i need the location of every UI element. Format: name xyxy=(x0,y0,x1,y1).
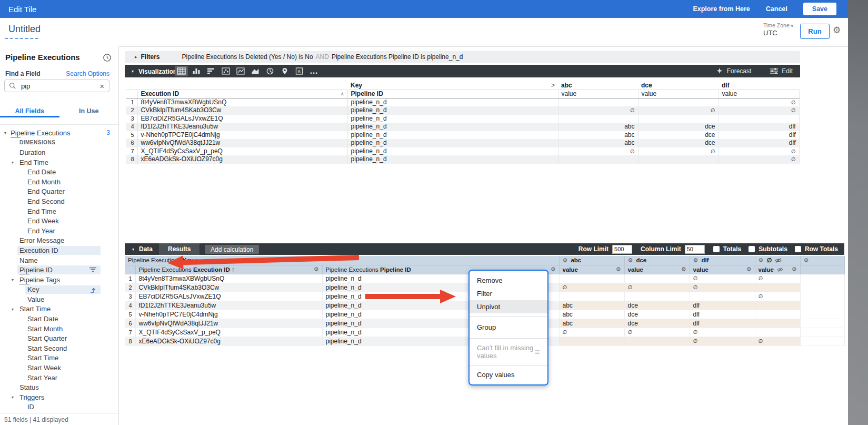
sidebar-item-end-year[interactable]: End Year xyxy=(0,226,118,236)
cell-dce-value[interactable]: dce xyxy=(638,139,719,147)
cell-dlf-value[interactable]: dlf xyxy=(690,310,755,319)
history-clock-icon[interactable] xyxy=(103,53,112,64)
sidebar-item-end-week[interactable]: End Week xyxy=(0,216,118,226)
cell-abc-value[interactable] xyxy=(558,155,638,164)
search-input[interactable] xyxy=(20,82,99,91)
edit-viz-button[interactable]: Edit xyxy=(770,67,793,75)
sidebar-item-pipeline-id[interactable]: Pipeline ID xyxy=(0,265,118,275)
cell-abc-value[interactable]: ∅ xyxy=(558,106,638,115)
sidebar-item-start-quarter[interactable]: Start Quarter xyxy=(0,333,118,343)
pivot-icon[interactable] xyxy=(89,286,96,295)
cell-dce-value[interactable]: dce xyxy=(638,131,719,140)
save-button[interactable]: Save xyxy=(803,3,836,15)
sidebar-item-end-second[interactable]: End Second xyxy=(0,196,118,206)
gear-icon[interactable]: ⚙ xyxy=(616,266,621,273)
value-column-header[interactable]: value xyxy=(558,90,638,98)
cell-dce-value[interactable] xyxy=(638,115,719,123)
menu-item-remove[interactable]: Remove xyxy=(470,274,547,287)
cell-execution-id[interactable]: CVkBkIplTfum4SKab3O3Cw xyxy=(137,106,347,115)
cell-dce-value[interactable] xyxy=(638,155,719,164)
subtotals-checkbox[interactable] xyxy=(749,246,755,252)
cell-null-value[interactable]: ∅ xyxy=(755,274,800,283)
line-chart-icon[interactable] xyxy=(234,66,247,76)
pivot-header-dlf[interactable]: ⚙dlf xyxy=(690,256,755,265)
cell-dce-value[interactable]: dce xyxy=(624,310,690,319)
visualization-label[interactable]: Visualization xyxy=(138,68,177,75)
cell-abc-value[interactable]: abc xyxy=(558,139,638,147)
gear-icon[interactable]: ⚙ xyxy=(563,257,568,264)
cell-execution-id[interactable]: EB7ciDIZR5GALsJVxwZE1Q xyxy=(137,115,347,123)
cell-abc-value[interactable]: ∅ xyxy=(559,283,624,292)
cell-dce-value[interactable] xyxy=(624,274,690,283)
field-search-box[interactable]: × xyxy=(4,80,109,92)
cell-null-value[interactable]: ∅ xyxy=(755,337,800,345)
value-header-abc[interactable]: value⚙ xyxy=(559,265,624,274)
cancel-button[interactable]: Cancel xyxy=(766,5,787,13)
cell-pipeline-id[interactable]: pipeline_n_d xyxy=(347,131,558,140)
cell-pipeline-id[interactable]: pipeline_n_d xyxy=(347,98,558,107)
sidebar-item-pipeline-executions[interactable]: ▾Pipeline Executions3 xyxy=(0,128,118,138)
cell-dlf-value[interactable] xyxy=(690,292,755,301)
explore-from-here-button[interactable]: Explore from Here xyxy=(693,5,750,13)
caret-right-icon[interactable]: ▸ xyxy=(135,54,137,60)
caret-down-icon[interactable]: ▾ xyxy=(12,395,14,400)
row-totals-checkbox[interactable] xyxy=(795,246,801,252)
cell-null-value[interactable]: ∅ xyxy=(755,292,800,301)
value-column-header[interactable]: value xyxy=(638,90,719,98)
cell-dlf-value[interactable]: dlf xyxy=(690,319,755,328)
value-header-null[interactable]: value⚙ xyxy=(755,265,800,274)
value-header-dlf[interactable]: value⚙ xyxy=(690,265,755,274)
cell-dce-value[interactable]: ∅ xyxy=(624,328,690,337)
sidebar-item-start-date[interactable]: Start Date xyxy=(0,314,118,324)
column-limit-input[interactable] xyxy=(685,245,705,254)
cell-dce-value[interactable] xyxy=(624,292,690,301)
cell-dlf-value[interactable]: ∅ xyxy=(690,283,755,292)
caret-down-icon[interactable]: ▾ xyxy=(12,160,14,165)
sidebar-item-pipeline-tags-group[interactable]: ▾Pipeline Tags xyxy=(0,275,118,285)
sidebar-item-end-month[interactable]: End Month xyxy=(0,177,118,187)
forecast-button[interactable]: Forecast xyxy=(716,67,752,75)
cell-dlf-value[interactable]: ∅ xyxy=(719,106,799,115)
sidebar-item-duration[interactable]: Duration xyxy=(0,147,118,157)
gear-icon[interactable]: ⚙ xyxy=(628,257,633,264)
more-visualizations-icon[interactable]: … xyxy=(307,66,321,76)
menu-item-group[interactable]: Group xyxy=(470,319,547,335)
sidebar-item-triggers-group[interactable]: ▾Triggers xyxy=(0,392,118,402)
sidebar-item-end-date[interactable]: End Date xyxy=(0,167,118,177)
single-value-icon[interactable]: 6 xyxy=(293,66,306,76)
gear-icon[interactable]: ⚙ xyxy=(804,257,809,263)
menu-item-filter[interactable]: Filter xyxy=(470,287,547,300)
cell-execution-id[interactable]: X_QTIF4dSyCsSaxV_p_peQ xyxy=(137,147,347,156)
pivot-value-header-dce[interactable]: dce xyxy=(638,82,719,90)
value-column-header[interactable]: value xyxy=(719,90,799,98)
cell-pipeline-id[interactable]: pipeline_n_d xyxy=(347,147,558,156)
cell-null-value[interactable] xyxy=(755,283,800,292)
pivot-header-dce[interactable]: ⚙dce xyxy=(624,256,690,265)
pivot-header-null[interactable]: ⚙∅ xyxy=(755,256,800,265)
tab-all-fields[interactable]: All Fields xyxy=(0,102,59,117)
gear-icon[interactable]: ⚙ xyxy=(314,266,319,273)
cell-pipeline-id[interactable]: pipeline_n_d xyxy=(347,115,558,123)
data-tab[interactable]: Data xyxy=(139,245,153,253)
cell-null-value[interactable] xyxy=(755,310,800,319)
tab-in-use[interactable]: In Use xyxy=(59,102,119,117)
cell-execution-id[interactable]: v-Nheh0pTPC7E0jC4dmNjg xyxy=(137,131,347,140)
map-pin-icon[interactable] xyxy=(278,66,291,76)
timezone-selector[interactable]: Time Zone ▾ UTC xyxy=(763,22,793,37)
scatter-chart-icon[interactable] xyxy=(219,66,232,76)
gear-icon[interactable]: ⚙ xyxy=(681,266,686,273)
gear-icon[interactable]: ⚙ xyxy=(792,266,797,273)
sidebar-item-execution-id[interactable]: Execution ID xyxy=(0,245,118,255)
cell-execution-id[interactable]: X_QTIF4dSyCsSaxV_p_peQ xyxy=(135,328,322,337)
cell-dce-value[interactable]: ∅ xyxy=(624,283,690,292)
cell-dlf-value[interactable]: ∅ xyxy=(719,98,799,107)
cell-abc-value[interactable]: abc xyxy=(558,131,638,140)
sidebar-item-status[interactable]: Status xyxy=(0,382,118,392)
cell-dlf-value[interactable]: ∅ xyxy=(690,337,755,345)
gear-icon[interactable]: ⚙ xyxy=(746,266,752,273)
menu-item-unpivot[interactable]: Unpivot xyxy=(470,300,547,313)
cell-abc-value[interactable]: ∅ xyxy=(558,147,638,156)
cell-dlf-value[interactable]: ∅ xyxy=(719,155,799,164)
cell-execution-id[interactable]: v-Nheh0pTPC7E0jC4dmNjg xyxy=(135,310,322,319)
sidebar-item-error-message[interactable]: Error Message xyxy=(0,236,118,246)
